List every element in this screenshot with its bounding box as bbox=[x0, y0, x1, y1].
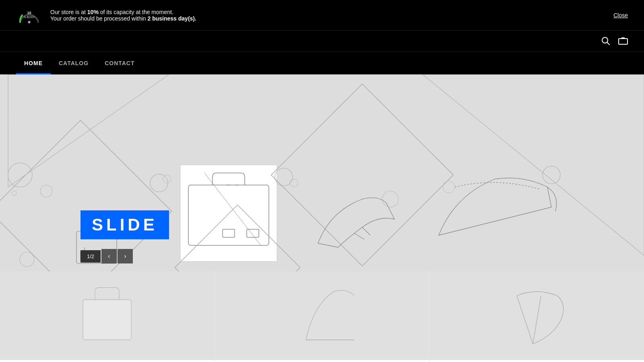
slide-next-button[interactable]: › bbox=[118, 249, 133, 263]
svg-rect-12 bbox=[180, 165, 277, 261]
collection-image-3 bbox=[429, 272, 644, 360]
hero-slideshow: SLIDE 1/2 ‹ › bbox=[0, 74, 644, 272]
gauge-label: 10 % BUSY bbox=[24, 11, 35, 19]
header bbox=[0, 30, 644, 51]
collection-item-3: COLLECTION TITLE VIEW ALL bbox=[429, 272, 644, 362]
slide-counter: 1/2 bbox=[80, 250, 101, 263]
announcement-bar: 10 % BUSY Our store is at 10% of its cap… bbox=[0, 0, 644, 30]
svg-rect-51 bbox=[83, 300, 131, 340]
svg-line-2 bbox=[607, 42, 609, 45]
collection-image-2 bbox=[215, 272, 429, 360]
slide-label: SLIDE bbox=[80, 210, 169, 239]
collection-image-svg-1 bbox=[71, 284, 143, 348]
slide-prev-button[interactable]: ‹ bbox=[101, 249, 117, 263]
announcement-text: Our store is at 10% of its capacity at t… bbox=[50, 9, 196, 22]
collection-image-svg-2 bbox=[286, 284, 358, 348]
announcement-left: 10 % BUSY Our store is at 10% of its cap… bbox=[16, 4, 196, 26]
collection-image-1 bbox=[0, 272, 215, 360]
nav-item-contact[interactable]: CONTACT bbox=[97, 52, 142, 74]
gauge-container: 10 % BUSY bbox=[16, 4, 42, 26]
search-button[interactable] bbox=[601, 37, 610, 45]
collection-item-1: COLLECTION TITLE VIEW ALL bbox=[0, 272, 215, 362]
slide-controls: 1/2 ‹ › bbox=[80, 249, 133, 263]
collection-image-svg-3 bbox=[501, 284, 573, 348]
nav-item-home[interactable]: HOME bbox=[16, 52, 51, 74]
cart-button[interactable] bbox=[618, 37, 628, 45]
hero-background bbox=[0, 74, 644, 272]
svg-rect-4 bbox=[0, 74, 644, 272]
svg-rect-3 bbox=[619, 39, 627, 44]
nav-item-catalog[interactable]: CATALOG bbox=[51, 52, 97, 74]
cart-icon bbox=[618, 37, 628, 45]
svg-point-0 bbox=[28, 21, 31, 23]
navigation: HOME CATALOG CONTACT bbox=[0, 51, 644, 74]
search-icon bbox=[601, 37, 610, 45]
collections-section: COLLECTION TITLE VIEW ALL COLLECTION TIT… bbox=[0, 272, 644, 362]
collection-item-2: COLLECTION TITLE VIEW ALL bbox=[215, 272, 430, 362]
svg-line-53 bbox=[533, 296, 541, 344]
close-button[interactable]: Close bbox=[613, 12, 628, 19]
